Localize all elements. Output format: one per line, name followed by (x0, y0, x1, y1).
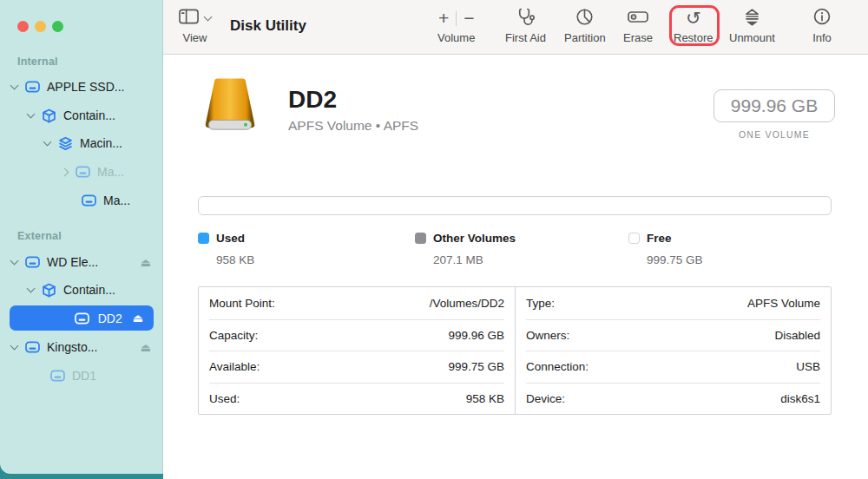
sidebar-item-wd-elements[interactable]: WD Ele... ⏏ (0, 250, 163, 274)
row-value: 999.96 GB (448, 329, 504, 342)
table-row: Available:999.75 GB (209, 351, 504, 383)
unmount-button[interactable]: Unmount (729, 6, 775, 44)
add-volume-button[interactable]: + (438, 10, 449, 27)
first-aid-highlight-annotation (669, 5, 720, 46)
other-volumes-swatch (415, 233, 426, 244)
sidebar-item-macintosh[interactable]: Macin... (0, 131, 163, 155)
stethoscope-icon (515, 6, 536, 31)
sidebar-view-icon (179, 9, 199, 28)
sidebar-item-container-external[interactable]: Contain... (0, 278, 163, 302)
legend-value: 999.75 GB (647, 253, 703, 266)
volume-subtitle: APFS Volume • APFS (288, 118, 418, 134)
sidebar-item-container-internal[interactable]: Contain... (0, 103, 163, 128)
table-row: Owners:Disabled (526, 319, 820, 351)
chevron-down-icon[interactable] (27, 285, 36, 293)
first-aid-button[interactable]: First Aid (505, 6, 546, 44)
info-icon (812, 7, 832, 30)
usage-bar (198, 196, 832, 215)
view-button[interactable]: View (179, 6, 211, 44)
row-value: /Volumes/DD2 (430, 297, 504, 310)
toolbar: View Disk Utility + − Volume (163, 0, 868, 55)
minimize-button[interactable] (35, 21, 46, 32)
table-row: Type:APFS Volume (526, 287, 820, 319)
chevron-down-icon[interactable] (10, 342, 19, 351)
sidebar-item-label: Macin... (80, 136, 122, 150)
partition-button[interactable]: Partition (564, 6, 606, 44)
details-left-column: Mount Point:/Volumes/DD2 Capacity:999.96… (199, 287, 515, 414)
sidebar-item-dd2-selected[interactable]: DD2 ⏏ (10, 305, 154, 331)
row-label: Type: (526, 297, 555, 310)
row-label: Available: (209, 360, 260, 373)
erase-label: Erase (623, 31, 653, 44)
main-content: DD2 APFS Volume • APFS 999.96 GB ONE VOL… (163, 55, 868, 479)
legend-label: Other Volumes (433, 232, 516, 245)
sidebar-item-label: Ma... (103, 194, 130, 207)
volume-group-icon (58, 136, 73, 151)
partition-pie-icon (575, 7, 595, 30)
row-value: Disabled (774, 329, 820, 342)
sidebar-item-label: DD2 (98, 312, 122, 325)
chevron-down-icon[interactable] (43, 138, 52, 147)
unmount-label: Unmount (729, 31, 775, 44)
sidebar-item-apple-ssd[interactable]: APPLE SSD... (0, 75, 163, 99)
drive-icon (25, 81, 40, 93)
chevron-down-icon[interactable] (10, 82, 19, 90)
close-button[interactable] (17, 21, 29, 32)
table-row: Used:958 KB (209, 383, 504, 415)
row-value: disk6s1 (780, 392, 820, 405)
sidebar-section-external: External (17, 230, 62, 242)
row-label: Used: (209, 392, 240, 405)
chevron-down-icon[interactable] (27, 110, 36, 119)
chevron-down-icon[interactable] (10, 257, 19, 266)
sidebar-item-label: Ma... (97, 165, 124, 179)
sidebar: Internal APPLE SSD... Contain... (0, 0, 163, 479)
legend-used: Used 958 KB (198, 230, 254, 266)
view-label: View (183, 31, 207, 44)
sidebar-item-label: APPLE SSD... (47, 80, 124, 94)
used-swatch (198, 233, 209, 244)
erase-button[interactable]: Erase (623, 6, 653, 44)
row-label: Device: (526, 392, 565, 405)
divider (456, 11, 457, 26)
partition-label: Partition (564, 31, 606, 44)
erase-drive-icon (626, 6, 650, 30)
container-icon (42, 108, 56, 123)
table-row: Mount Point:/Volumes/DD2 (209, 287, 504, 319)
eject-icon[interactable]: ⏏ (141, 256, 151, 269)
window-title: Disk Utility (230, 17, 306, 35)
traffic-lights (17, 21, 63, 32)
free-swatch (628, 233, 640, 244)
info-button[interactable]: Info (812, 6, 832, 44)
chevron-down-icon (204, 13, 213, 22)
row-label: Owners: (526, 329, 569, 342)
eject-icon[interactable]: ⏏ (141, 341, 151, 354)
legend-value: 207.1 MB (433, 253, 516, 266)
chevron-right-icon[interactable] (61, 167, 69, 176)
sidebar-item-kingston[interactable]: Kingsto... ⏏ (0, 335, 163, 359)
orange-drive-icon (198, 75, 262, 144)
unmount-icon (742, 7, 762, 30)
remove-volume-button[interactable]: − (464, 10, 474, 27)
sidebar-item-dd1[interactable]: DD1 (0, 364, 163, 388)
sidebar-item-macintosh-hd[interactable]: Ma... (0, 160, 163, 184)
row-label: Mount Point: (209, 297, 275, 310)
eject-icon[interactable]: ⏏ (133, 312, 143, 325)
zoom-button[interactable] (52, 21, 63, 32)
row-value: USB (796, 360, 820, 373)
container-icon (42, 283, 56, 298)
drive-icon (50, 370, 65, 382)
disk-utility-window: Internal APPLE SSD... Contain... (0, 0, 868, 479)
info-label: Info (812, 31, 832, 44)
details-right-column: Type:APFS Volume Owners:Disabled Connect… (515, 287, 831, 414)
drive-icon (76, 166, 90, 178)
capacity-note: ONE VOLUME (713, 129, 835, 140)
sidebar-item-macintosh-data[interactable]: Ma... (0, 188, 163, 213)
table-row: Connection:USB (526, 351, 820, 383)
volume-buttons: + − Volume (437, 6, 475, 44)
legend-value: 958 KB (216, 253, 254, 266)
sidebar-item-label: Kingsto... (47, 340, 97, 354)
row-value: 958 KB (466, 392, 504, 405)
volume-label: Volume (437, 31, 475, 44)
legend-label: Free (647, 232, 672, 245)
sidebar-item-label: Contain... (63, 108, 115, 122)
